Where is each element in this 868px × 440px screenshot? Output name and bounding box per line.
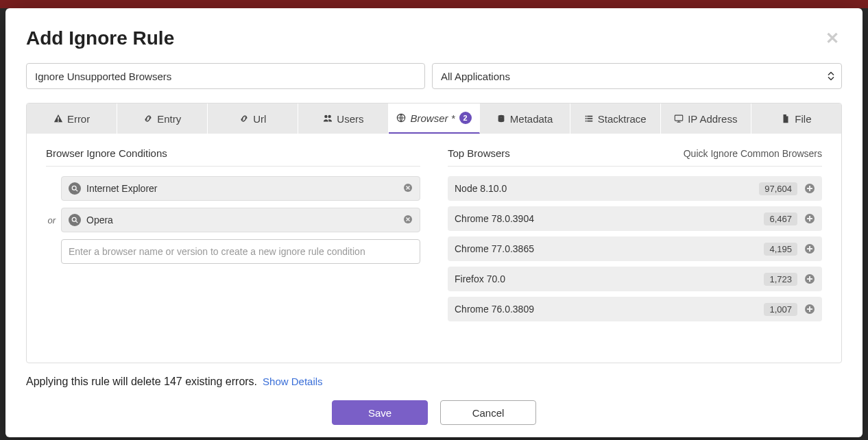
tab-users[interactable]: Users xyxy=(298,103,389,134)
svg-line-7 xyxy=(76,221,78,223)
footer-message-row: Applying this rule will delete 147 exist… xyxy=(26,376,842,388)
cancel-button[interactable]: Cancel xyxy=(440,400,536,425)
conditions-title: Browser Ignore Conditions xyxy=(46,147,167,159)
footer-message: Applying this rule will delete 147 exist… xyxy=(26,376,257,388)
conditions-column: Browser Ignore Conditions Internet Explo… xyxy=(46,147,420,342)
condition-row: Internet Explorer xyxy=(46,176,420,201)
save-button[interactable]: Save xyxy=(332,400,428,425)
add-browser-icon[interactable] xyxy=(804,304,815,315)
tab-ip-address[interactable]: IP Address xyxy=(661,103,751,134)
modal-title: Add Ignore Rule xyxy=(26,27,174,49)
search-icon xyxy=(69,182,81,195)
application-select[interactable]: All Applications xyxy=(432,63,842,89)
svg-rect-2 xyxy=(675,115,682,121)
add-browser-icon[interactable] xyxy=(804,213,815,224)
rule-name-input[interactable] xyxy=(26,63,425,89)
condition-row: or Opera xyxy=(46,208,420,232)
browser-row: Node 8.10.0 97,604 xyxy=(448,176,822,201)
add-browser-icon[interactable] xyxy=(804,273,815,284)
remove-condition-icon[interactable] xyxy=(403,183,413,195)
browser-count: 4,195 xyxy=(764,243,797,256)
svg-point-1 xyxy=(498,115,504,118)
file-icon xyxy=(781,114,791,123)
browser-count: 1,007 xyxy=(764,303,797,316)
svg-line-4 xyxy=(76,190,78,192)
tab-error[interactable]: Error xyxy=(27,103,117,134)
add-browser-icon[interactable] xyxy=(804,243,815,254)
show-details-link[interactable]: Show Details xyxy=(263,376,323,387)
browser-name: Chrome 76.0.3809 xyxy=(455,304,757,315)
tab-browser[interactable]: Browser * 2 xyxy=(389,103,479,134)
tab-url[interactable]: Url xyxy=(208,103,298,134)
top-browsers-column: Top Browsers Quick Ignore Common Browser… xyxy=(448,147,822,342)
link-icon xyxy=(239,114,249,123)
warning-icon xyxy=(53,114,63,123)
condition-pill[interactable]: Internet Explorer xyxy=(61,176,420,201)
list-icon xyxy=(584,114,594,123)
browser-count: 6,467 xyxy=(764,212,797,225)
condition-pill[interactable]: Opera xyxy=(61,208,420,232)
search-icon xyxy=(69,214,81,226)
svg-point-6 xyxy=(72,217,76,221)
users-icon xyxy=(323,114,333,123)
remove-condition-icon[interactable] xyxy=(403,215,413,226)
browser-row: Chrome 78.0.3904 6,467 xyxy=(448,206,822,231)
condition-label: Opera xyxy=(86,215,398,225)
browser-row: Firefox 70.0 1,723 xyxy=(448,267,822,291)
browser-count: 97,604 xyxy=(759,182,797,195)
new-condition-input[interactable] xyxy=(61,239,420,264)
browser-count: 1,723 xyxy=(764,273,797,286)
add-browser-icon[interactable] xyxy=(804,183,815,194)
desktop-icon xyxy=(674,114,684,123)
tab-metadata[interactable]: Metadata xyxy=(480,103,570,134)
browser-row: Chrome 77.0.3865 4,195 xyxy=(448,236,822,261)
globe-icon xyxy=(396,113,406,123)
link-icon xyxy=(143,114,153,123)
tab-entry[interactable]: Entry xyxy=(117,103,208,134)
tab-stacktrace[interactable]: Stacktrace xyxy=(570,103,661,134)
condition-label: Internet Explorer xyxy=(86,183,398,194)
app-header-bar xyxy=(0,0,868,8)
application-select-value: All Applications xyxy=(441,71,510,82)
add-ignore-rule-modal: Add Ignore Rule ✕ All Applications Error xyxy=(5,8,863,437)
top-browsers-title: Top Browsers xyxy=(448,147,510,159)
tabs-bar: Error Entry Url Users Browser * 2 xyxy=(27,103,841,134)
svg-point-3 xyxy=(72,186,76,190)
browser-name: Chrome 77.0.3865 xyxy=(455,243,757,254)
database-icon xyxy=(496,114,506,123)
close-icon[interactable]: ✕ xyxy=(823,27,842,49)
quick-ignore-link[interactable]: Quick Ignore Common Browsers xyxy=(684,148,822,159)
or-label: or xyxy=(46,215,56,225)
select-chevron-icon xyxy=(828,72,834,81)
browser-name: Chrome 78.0.3904 xyxy=(455,213,757,224)
browser-tab-badge: 2 xyxy=(459,112,472,124)
tabs-card: Error Entry Url Users Browser * 2 xyxy=(26,103,842,363)
browser-name: Node 8.10.0 xyxy=(455,183,752,194)
browser-row: Chrome 76.0.3809 1,007 xyxy=(448,297,822,321)
browser-name: Firefox 70.0 xyxy=(455,273,757,284)
tab-file[interactable]: File xyxy=(751,103,841,134)
